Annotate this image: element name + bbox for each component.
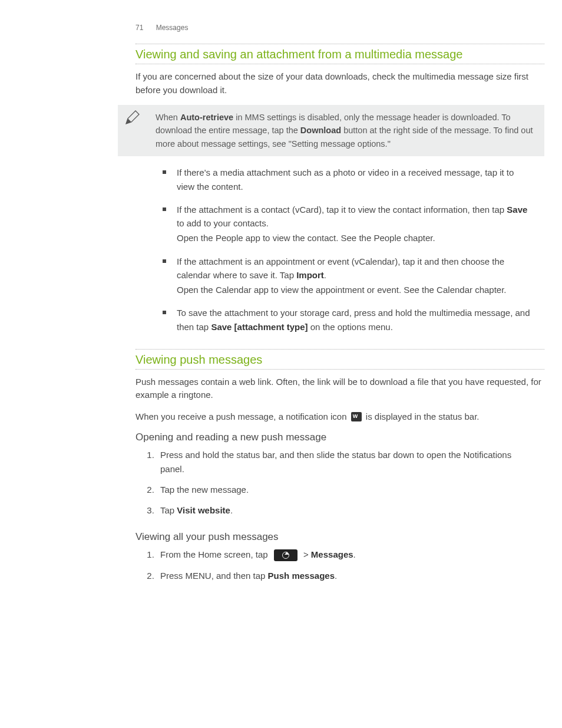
page-header: 71 Messages: [135, 24, 544, 32]
divider: [135, 369, 544, 370]
list-item: From the Home screen, tap > Messages.: [157, 546, 544, 567]
list-item: If there's a media attachment such as a …: [163, 166, 544, 203]
bullet-list: If there's a media attachment such as a …: [163, 166, 544, 343]
push-icon-line: When you receive a push message, a notif…: [135, 410, 544, 424]
pencil-icon: [124, 110, 140, 130]
all-apps-icon: [274, 549, 297, 561]
header-section: Messages: [156, 24, 189, 32]
list-item: To save the attachment to your storage c…: [163, 306, 544, 343]
page-number: 71: [135, 24, 143, 32]
list-item: If the attachment is a contact (vCard), …: [163, 203, 544, 255]
section-title-push: Viewing push messages: [135, 353, 262, 367]
steps-list: Press and hold the status bar, and then …: [157, 447, 544, 523]
wap-push-icon: [351, 412, 362, 421]
list-item: Press and hold the status bar, and then …: [157, 447, 544, 482]
note-text: When Auto-retrieve in MMS settings is di…: [156, 113, 533, 149]
list-item: Tap Visit website.: [157, 502, 544, 523]
section-title-attachment: Viewing and saving an attachment from a …: [135, 48, 544, 61]
list-item: Tap the new message.: [157, 482, 544, 502]
divider: [135, 64, 544, 64]
document-page: 71 Messages Viewing and saving an attach…: [0, 0, 562, 618]
divider: [135, 44, 544, 44]
subheading-view-all-push: Viewing all your push messages: [135, 531, 544, 543]
steps-list: From the Home screen, tap > Messages. Pr…: [157, 546, 544, 588]
intro-text: If you are concerned about the size of y…: [135, 70, 544, 97]
push-intro: Push messages contain a web link. Often,…: [135, 375, 544, 402]
subheading-open-push: Opening and reading a new push message: [135, 431, 544, 443]
list-item: Press MENU, and then tap Push messages.: [157, 568, 544, 588]
list-item: If the attachment is an appointment or e…: [163, 255, 544, 307]
note-box: When Auto-retrieve in MMS settings is di…: [118, 105, 544, 156]
